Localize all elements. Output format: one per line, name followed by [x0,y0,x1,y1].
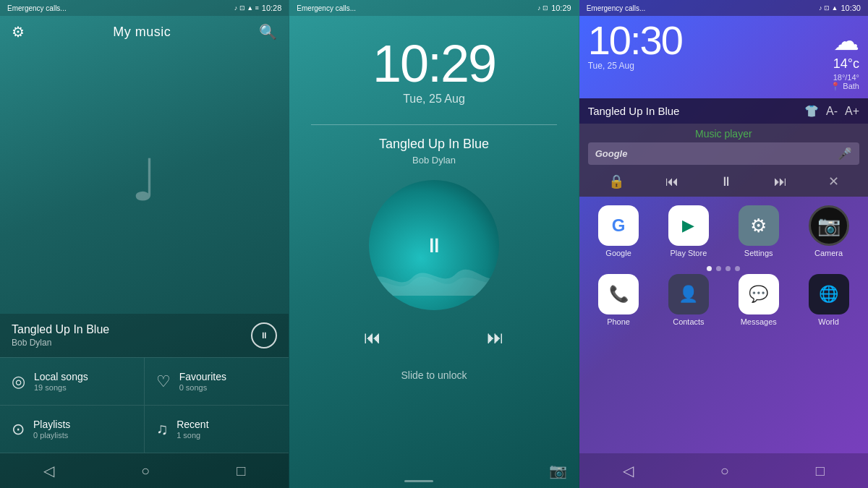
lock-time: 10:29 [304,38,563,90]
status-time-1: 10:28 [262,4,282,12]
home-temp: 14°c [830,56,859,72]
notif-shirt-icon[interactable]: 👕 [804,104,819,118]
now-playing-bar: Tangled Up In Blue Bob Dylan ⏸ [0,314,289,357]
lock-song-info: Tangled Up In Blue Bob Dylan [289,137,578,166]
emergency-text-2: Emergency calls... [297,4,356,12]
dot-3 [726,266,731,271]
camera-icon-box: 📷 [809,205,849,246]
lock-next-button[interactable]: ⏭ [487,328,504,348]
player-next-button[interactable]: ⏭ [774,174,787,189]
notif-font-increase-icon[interactable]: A+ [845,105,859,118]
google-search-bar[interactable]: Google 🎤 [588,142,859,165]
player-close-button[interactable]: ✕ [828,174,839,189]
lock-player-circle: ⏸ [369,180,499,310]
camera-label: Camera [814,249,843,257]
local-songs-label: Local songs [34,371,88,382]
status-time-2: 10:29 [551,4,571,12]
home-top-section: 10:30 Tue, 25 Aug ☁ 14°c 18°/14° 📍 Bath [579,16,868,98]
playstore-label: Play Store [671,249,707,257]
lock-controls: ⏮ ⏭ [289,328,578,348]
settings-label: Settings [744,249,773,257]
app-phone[interactable]: 📞 Phone [587,274,651,326]
messages-icon-box: 💬 [739,274,779,314]
home-nav-icon-1[interactable]: ○ [141,463,150,479]
home-clock: 10:30 Tue, 25 Aug [588,20,682,71]
favourites-info: Favourites 0 songs [179,371,226,392]
player-pause-button[interactable]: ⏸ [720,174,733,189]
home-location: 📍 Bath [830,82,859,91]
app-google[interactable]: G Google [587,205,651,257]
favourites-label: Favourites [179,371,226,382]
playlists-info: Playlists 0 playlists [33,419,70,440]
status-left-2: Emergency calls... [297,4,356,12]
home-weather-row: 10:30 Tue, 25 Aug ☁ 14°c 18°/14° 📍 Bath [588,20,859,91]
slide-to-unlock[interactable]: Slide to unlock [289,369,578,388]
app-contacts[interactable]: 👤 Contacts [656,274,720,326]
playlists-count: 0 playlists [33,431,70,440]
notification-bar: Tangled Up In Blue 👕 A- A+ [579,98,868,124]
player-prev-button[interactable]: ⏮ [665,174,678,189]
app-grid-row1: G Google ▶ Play Store ⚙ Settings 📷 Camer… [579,197,868,263]
weather-cloud-icon: ☁ [830,26,859,56]
mic-icon[interactable]: 🎤 [838,147,852,160]
home-time: 10:30 [588,20,682,61]
pause-button[interactable]: ⏸ [251,322,277,348]
panel-lock-screen: Emergency calls... ♪ ⊡ 10:29 10:29 Tue, … [289,0,579,488]
music-grid: ◎ Local songs 19 songs ♡ Favourites 0 so… [0,357,289,453]
back-nav-icon-3[interactable]: ◁ [623,462,634,479]
messages-label: Messages [741,317,777,326]
app-grid-row2: 📞 Phone 👤 Contacts 💬 Messages 🌐 World [579,274,868,332]
page-dots [579,263,868,274]
search-icon[interactable]: 🔍 [259,23,277,40]
local-songs-icon: ◎ [12,372,25,391]
recent-label: Recent [176,419,208,430]
phone-icon-box: 📞 [598,274,639,314]
location-pin-icon: 📍 [830,82,841,90]
google-label: Google [605,249,631,257]
status-right-1: ♪ ⊡ ▲ ≡ 10:28 [234,4,282,12]
google-icon: G [598,205,639,246]
app-header: ⚙ My music 🔍 [0,16,289,48]
local-songs-info: Local songs 19 songs [34,371,88,392]
lock-song-artist: Bob Dylan [289,155,578,166]
music-player-label: Music player [588,128,859,140]
lock-camera-icon[interactable]: 📷 [549,463,567,479]
dot-2 [716,266,721,271]
page-title: My music [113,25,171,40]
now-playing-info: Tangled Up In Blue Bob Dylan [12,323,109,348]
recent-item[interactable]: ♫ Recent 1 song [145,406,289,453]
status-bar-3: Emergency calls... ♪ ⊡ ▲ 10:30 [579,0,868,16]
status-bar-2: Emergency calls... ♪ ⊡ 10:29 [289,0,578,16]
music-note-icon: ♩ [131,152,158,210]
playlists-item[interactable]: ⊙ Playlists 0 playlists [0,406,145,453]
app-playstore[interactable]: ▶ Play Store [656,205,720,257]
status-time-3: 10:30 [841,4,861,12]
favourites-item[interactable]: ♡ Favourites 0 songs [145,358,289,406]
favourites-icon: ♡ [156,372,171,391]
bottom-nav-1: ◁ ○ □ [0,453,289,488]
back-nav-icon-1[interactable]: ◁ [43,462,54,479]
app-world[interactable]: 🌐 World [796,274,861,326]
playlists-label: Playlists [33,419,70,430]
status-left-1: Emergency calls... [7,4,67,12]
now-playing-artist: Bob Dylan [12,338,109,348]
lock-prev-button[interactable]: ⏮ [364,328,381,348]
app-camera[interactable]: 📷 Camera [796,205,861,257]
app-messages[interactable]: 💬 Messages [726,274,791,326]
player-lock-icon: 🔒 [608,174,624,189]
notif-font-decrease-icon[interactable]: A- [826,105,838,118]
app-settings[interactable]: ⚙ Settings [726,205,791,257]
settings-icon[interactable]: ⚙ [12,23,25,40]
recents-nav-icon-3[interactable]: □ [816,463,825,479]
recents-nav-icon-1[interactable]: □ [237,463,245,479]
contacts-icon-box: 👤 [668,274,709,314]
home-nav-icon-3[interactable]: ○ [720,463,729,479]
status-icons-1: ♪ ⊡ ▲ ≡ [234,4,259,12]
lock-date: Tue, 25 Aug [304,93,563,106]
local-songs-item[interactable]: ◎ Local songs 19 songs [0,358,145,406]
lock-pause-icon[interactable]: ⏸ [424,234,444,257]
panel-my-music: Emergency calls... ♪ ⊡ ▲ ≡ 10:28 ⚙ My mu… [0,0,289,488]
google-logo: Google [595,148,628,159]
panel-home-screen: Emergency calls... ♪ ⊡ ▲ 10:30 10:30 Tue… [579,0,868,488]
emergency-text-1: Emergency calls... [7,4,67,12]
